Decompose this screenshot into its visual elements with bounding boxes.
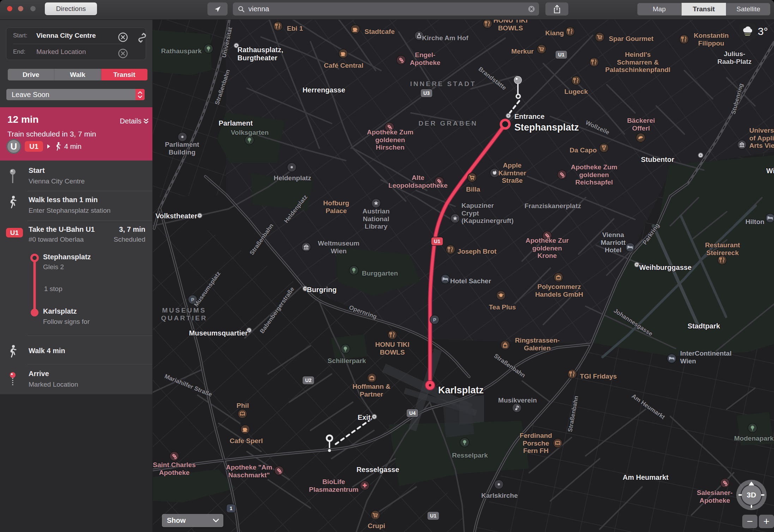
mode-drive[interactable]: Drive	[8, 69, 54, 80]
route-start-marker[interactable]	[501, 120, 509, 128]
poi-cup-icon[interactable]	[351, 25, 360, 34]
map-label[interactable]: Burgring	[307, 286, 337, 294]
poi-cup-icon[interactable]	[241, 425, 250, 434]
svg-text:U1: U1	[430, 513, 436, 519]
map-label[interactable]: Entrance	[514, 113, 545, 120]
zoom-out-button[interactable]: −	[742, 515, 757, 528]
poi-pizza-icon[interactable]	[599, 143, 609, 152]
start-location-pin[interactable]	[514, 77, 522, 84]
poi-dot-icon[interactable]	[287, 163, 296, 172]
poi-fork-icon[interactable]	[679, 35, 689, 44]
poi-pharm-icon[interactable]	[557, 170, 567, 179]
map-canvas[interactable]: PPU3U1U1U2U4U11Ebi 1StadtcafeKirche Am H…	[153, 19, 774, 532]
poi-pharm-icon[interactable]	[274, 466, 284, 475]
mode-walk[interactable]: Walk	[54, 69, 101, 80]
poi-bakery-icon[interactable]	[636, 133, 645, 142]
share-button[interactable]	[545, 2, 568, 16]
search-input-value: vienna	[248, 5, 269, 13]
map-label[interactable]: Stephansplatz	[514, 122, 579, 133]
poi-bed-icon[interactable]	[766, 213, 774, 223]
route-duration: 12 min	[7, 114, 39, 125]
poi-cart-icon[interactable]	[595, 32, 604, 42]
poi-pharm-icon[interactable]	[170, 452, 179, 461]
route-details-button[interactable]: Details	[120, 117, 149, 125]
current-location-button[interactable]	[207, 2, 228, 16]
clear-start-icon[interactable]	[118, 32, 128, 42]
poi-star-icon[interactable]	[371, 199, 381, 208]
search-field[interactable]: vienna	[233, 2, 539, 16]
tab-transit[interactable]: Transit	[682, 3, 726, 16]
poi-cart-icon[interactable]	[537, 44, 546, 54]
poi-brief-icon[interactable]	[367, 373, 376, 382]
compass-3d-dial[interactable]: 3D	[736, 480, 767, 510]
poi-museum-icon[interactable]	[302, 242, 311, 252]
poi-bed-icon[interactable]	[667, 354, 676, 363]
poi-tree-icon[interactable]	[460, 438, 469, 447]
leave-time-stepper[interactable]	[135, 89, 145, 100]
poi-fork-icon[interactable]	[568, 369, 577, 379]
poi-fork-icon[interactable]	[483, 19, 492, 28]
poi-tree-icon[interactable]	[341, 344, 350, 353]
map-label[interactable]: Stadtpark	[688, 322, 720, 330]
stepper-down-icon	[138, 95, 143, 98]
map-label: ParliamentBuilding	[165, 141, 199, 156]
poi-parking-icon[interactable]: P	[430, 315, 439, 324]
poi-cross-icon[interactable]	[360, 481, 369, 490]
poi-brief-icon[interactable]	[554, 273, 563, 282]
poi-bag-icon[interactable]	[501, 340, 510, 350]
map-label[interactable]: Exit	[358, 413, 371, 421]
poi-fork-icon[interactable]	[566, 27, 575, 36]
clear-end-icon[interactable]	[118, 49, 128, 58]
poi-apple-icon[interactable]	[490, 168, 499, 177]
window-minimize-button[interactable]	[18, 6, 23, 11]
zoom-in-button[interactable]: +	[759, 515, 774, 528]
map-label[interactable]: Resselgasse	[356, 466, 399, 473]
map-label[interactable]: Volkstheater	[156, 212, 198, 220]
poi-dot-icon[interactable]	[494, 480, 503, 489]
mode-transit[interactable]: Transit	[101, 69, 147, 80]
map-label[interactable]: Stubentor	[641, 156, 675, 163]
poi-cart-icon[interactable]	[467, 173, 477, 182]
poi-star-icon[interactable]	[451, 214, 460, 223]
poi-tree-icon[interactable]	[204, 44, 213, 53]
window-zoom-button[interactable]	[30, 6, 36, 11]
poi-tree-icon[interactable]	[245, 135, 254, 145]
poi-tree-icon[interactable]	[349, 266, 358, 275]
poi-pharm-icon[interactable]	[397, 55, 406, 65]
poi-fork-icon[interactable]	[273, 22, 283, 31]
directions-button[interactable]: Directions	[45, 2, 97, 15]
map-label[interactable]: Am Heumarkt	[623, 473, 669, 481]
map-label[interactable]: Wien Mitte	[766, 167, 774, 175]
poi-bed-icon[interactable]	[625, 243, 635, 252]
map-label[interactable]: Karlsplatz	[438, 385, 484, 395]
poi-fork-icon[interactable]	[572, 76, 581, 85]
map-label[interactable]: Rathausplatz,Burgtheater	[237, 46, 283, 62]
poi-fork-icon[interactable]	[388, 330, 397, 339]
poi-book-icon[interactable]	[553, 439, 562, 448]
poi-pharm-icon[interactable]	[720, 478, 730, 488]
swap-start-end-icon[interactable]	[136, 31, 148, 45]
3d-button[interactable]: 3D	[742, 485, 761, 505]
poi-bed-icon[interactable]	[441, 274, 450, 284]
poi-dot-icon[interactable]	[178, 132, 187, 141]
show-dropdown[interactable]: Show	[162, 514, 223, 527]
poi-cart-icon[interactable]	[371, 510, 380, 520]
poi-music-icon[interactable]	[512, 403, 521, 412]
search-clear-icon[interactable]	[528, 6, 535, 12]
map-label[interactable]: Herrengasse	[302, 86, 345, 94]
tab-map[interactable]: Map	[637, 3, 682, 16]
poi-tree-icon[interactable]	[748, 423, 757, 433]
poi-museum-icon[interactable]	[737, 140, 746, 149]
leave-time-dropdown[interactable]: Leave Soon	[6, 89, 145, 100]
tab-satellite[interactable]: Satellite	[726, 3, 770, 16]
poi-fork-icon[interactable]	[589, 58, 599, 67]
poi-book-icon[interactable]	[238, 409, 247, 418]
window-close-button[interactable]	[7, 6, 12, 11]
poi-fork-icon[interactable]	[446, 245, 455, 254]
poi-fork-icon[interactable]	[718, 255, 727, 265]
poi-tea-icon[interactable]	[496, 291, 506, 300]
poi-cup-icon[interactable]	[339, 49, 348, 58]
map-label[interactable]: Weihburggasse	[639, 264, 692, 271]
map-label[interactable]: Museumsquartier	[189, 329, 248, 337]
map-label[interactable]: Parlament	[219, 119, 253, 127]
